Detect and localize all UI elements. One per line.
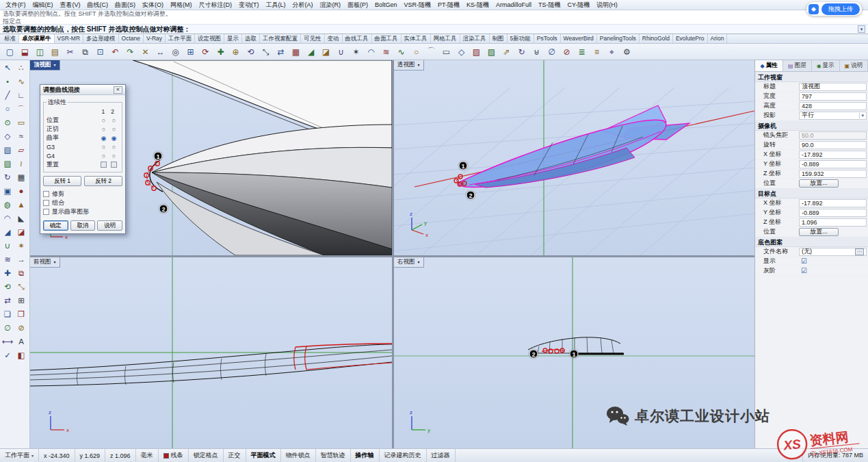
toolbar-tab[interactable]: 工作视窗配置 (260, 34, 301, 43)
menu-item[interactable]: 尺寸标注(D) (196, 0, 236, 10)
property-value[interactable]: ☑ (799, 257, 867, 266)
menu-item[interactable]: 曲线(C) (84, 0, 112, 10)
menu-item[interactable]: 查看(V) (57, 0, 84, 10)
property-value[interactable]: (无) (799, 248, 867, 256)
statusbar-toggle[interactable]: 智慧轨迹 (316, 449, 351, 462)
toolbar-tab[interactable]: EvolutePro (673, 34, 708, 43)
zoom-extents-icon[interactable]: ⊞ (183, 45, 198, 59)
drag-upload-button[interactable]: 拖拽上传 (821, 3, 860, 15)
circle-icon[interactable]: ○ (409, 45, 423, 59)
panel-tab[interactable]: ◉ 显示 (812, 60, 840, 71)
lock-icon[interactable]: ⊘ (14, 321, 28, 335)
menu-item[interactable]: VSR-随機 (401, 0, 435, 10)
viewport-tab-front[interactable]: 前视图 (30, 257, 60, 268)
menu-item[interactable]: CY-随機 (564, 0, 594, 10)
toolbar-tab[interactable]: Arion (708, 34, 728, 43)
dimension-icon[interactable]: ⟷ (1, 335, 14, 348)
scale-icon[interactable]: ⤡ (14, 280, 28, 294)
property-value[interactable]: 428 (799, 102, 867, 110)
radio-button[interactable]: ○ (109, 126, 119, 133)
menu-item[interactable]: PT-随機 (434, 0, 463, 10)
property-value[interactable]: 159.932 (799, 170, 867, 178)
toolbar-tab[interactable]: WeaverBird (561, 34, 597, 43)
menu-item[interactable]: BoltGen (371, 0, 401, 10)
menu-item[interactable]: KS-随機 (463, 0, 492, 10)
property-value[interactable]: 放置... (799, 228, 839, 236)
dialog-checkbox-row[interactable]: 显示曲率图形 (43, 207, 122, 216)
radio-button[interactable]: ○ (98, 117, 109, 124)
toolbar-tab[interactable]: 制图 (490, 34, 508, 43)
split-icon[interactable]: ◪ (319, 45, 333, 59)
fillet-icon[interactable]: ◠ (1, 211, 14, 225)
rotate-view-icon[interactable]: ⟳ (198, 45, 213, 59)
panel-tab[interactable]: ▤ 图层 (783, 60, 811, 71)
rectangle-icon[interactable]: ▭ (439, 45, 453, 59)
layers-icon[interactable]: ≣ (575, 45, 589, 59)
array-icon[interactable]: ⊞ (14, 294, 28, 307)
statusbar-toggle[interactable]: 锁定格点 (189, 449, 224, 462)
network-surface-icon[interactable]: ▦ (14, 170, 28, 184)
rotate-icon[interactable]: ⟲ (244, 45, 258, 59)
toolbar-tab[interactable]: 选取 (242, 34, 260, 43)
dialog-checkbox-row[interactable]: 组合 (43, 198, 122, 207)
viewport-menu-arrow-icon[interactable] (418, 260, 420, 264)
gear-icon[interactable]: ⚙ (620, 45, 634, 59)
lock-icon[interactable]: ⊘ (560, 45, 574, 59)
rectangle-icon[interactable]: ▭ (14, 116, 28, 129)
point-icon[interactable]: • (1, 75, 14, 88)
menu-item[interactable]: 面板(P) (344, 0, 371, 10)
property-value[interactable]: 50.0 (799, 131, 867, 140)
dialog-titlebar[interactable]: 调整曲线混接 (40, 85, 125, 95)
menu-item[interactable]: 说明(H) (593, 0, 621, 10)
toolbar-tab[interactable]: RhinoGold (640, 34, 673, 43)
curve-icon[interactable]: ∿ (394, 45, 408, 59)
toolbar-tab[interactable]: V-Ray (144, 34, 166, 43)
ok-button[interactable]: 确定 (43, 220, 68, 231)
property-value[interactable]: -0.889 (799, 160, 867, 168)
radio-button[interactable]: ○ (109, 117, 119, 124)
checkbox-icon[interactable] (43, 200, 49, 206)
menu-item[interactable]: ArmadilloFull (492, 0, 535, 10)
toolbar-tab[interactable]: 标准 (1, 34, 19, 43)
viewport-tab-right[interactable]: 右视图 (394, 257, 424, 268)
units-indicator[interactable]: 毫米 (136, 449, 159, 462)
mirror-icon[interactable]: ⇄ (274, 45, 288, 59)
toolbar-tab[interactable]: 可见性 (301, 34, 325, 43)
sweep-icon[interactable]: ≀ (14, 157, 28, 170)
property-value[interactable]: 平行 (799, 112, 867, 120)
property-value[interactable]: -0.889 (799, 209, 867, 217)
offset-icon[interactable]: ≋ (1, 253, 14, 266)
radio-button[interactable]: ○ (98, 126, 109, 133)
toolbar-tab[interactable]: 工作平面 (166, 34, 195, 43)
chamfer-icon[interactable]: ◣ (14, 211, 28, 225)
viewport-tab-top[interactable]: 顶视图 (30, 60, 60, 70)
radio-button[interactable]: ○ (98, 153, 109, 159)
menu-item[interactable]: TS-随機 (535, 0, 564, 10)
checkbox-icon[interactable] (43, 209, 49, 215)
hide-icon[interactable]: ∅ (544, 45, 559, 59)
property-value[interactable]: ☑ (799, 267, 867, 275)
property-value[interactable]: 顶视图 (799, 83, 867, 91)
menu-item[interactable]: 分析(A) (289, 0, 317, 10)
ellipse-icon[interactable]: ⊙ (1, 116, 14, 129)
open-file-icon[interactable]: ⬓ (18, 45, 32, 59)
extend-icon[interactable]: → (14, 253, 28, 266)
cut-icon[interactable]: ✂ (63, 45, 77, 59)
radio-button[interactable]: ◉ (98, 135, 109, 142)
select-pointer-icon[interactable]: ↖ (1, 61, 14, 75)
copy-object-icon[interactable]: ⊕ (228, 45, 243, 59)
hide-icon[interactable]: ∅ (1, 321, 14, 335)
offset-icon[interactable]: ≋ (379, 45, 393, 59)
checkbox-icon[interactable] (43, 191, 49, 197)
arc-icon[interactable]: ⌒ (424, 45, 438, 59)
move-icon[interactable]: ✚ (1, 266, 14, 280)
viewport-right[interactable]: z y 右视图 2 1 (394, 257, 754, 448)
split-icon[interactable]: ◪ (14, 225, 28, 239)
toolbar-tab[interactable]: 卓尔谟犀牛 (19, 34, 55, 43)
current-layer[interactable]: 线条 (159, 449, 189, 462)
close-icon[interactable] (114, 86, 122, 94)
extrude-icon[interactable]: ⇗ (499, 45, 514, 59)
cancel-button[interactable]: 取消 (70, 220, 96, 231)
command-scroll-arrow-icon[interactable] (858, 25, 865, 33)
property-value[interactable]: -17.892 (799, 151, 867, 159)
